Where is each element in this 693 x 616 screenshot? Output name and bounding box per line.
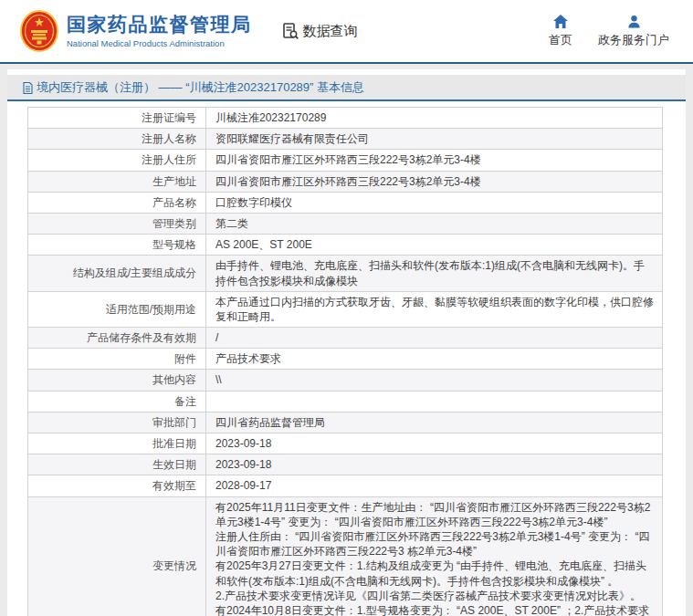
nav-label-home: 首页 bbox=[549, 32, 572, 48]
row-label: 注册人名称 bbox=[28, 129, 206, 150]
table-row: 结构及组成/主要组成成分 由手持件、锂电池、充电底座、扫描头和软件(发布版本:1… bbox=[28, 256, 663, 291]
row-value: 2023-09-18 bbox=[206, 433, 663, 454]
table-row: 批准日期 2023-09-18 bbox=[28, 433, 663, 454]
table-row: 备注 bbox=[28, 391, 663, 412]
table-row: 注册人名称 资阳联耀医疗器械有限责任公司 bbox=[28, 129, 663, 150]
row-value: \\ bbox=[206, 370, 663, 391]
org-name-en: National Medical Products Administration bbox=[67, 38, 252, 48]
row-label: 有效期至 bbox=[28, 475, 206, 496]
user-icon bbox=[627, 15, 641, 28]
row-value: 四川省资阳市雁江区外环路西三段222号3栋2单元3-4楼 bbox=[206, 150, 663, 171]
row-label: 产品储存条件及有效期 bbox=[28, 328, 206, 349]
info-table-body: 注册证编号 川械注准20232170289 注册人名称 资阳联耀医疗器械有限责任… bbox=[28, 108, 663, 616]
row-value bbox=[206, 391, 663, 412]
row-value: 本产品通过口内扫描的方式获取牙齿、牙龈、黏膜等软硬组织表面的数字化印模，供口腔修… bbox=[206, 291, 663, 327]
row-label: 适用范围/预期用途 bbox=[28, 291, 206, 327]
row-label: 注册证编号 bbox=[28, 108, 206, 129]
row-value: 川械注准20232170289 bbox=[206, 108, 663, 129]
data-query-icon bbox=[281, 22, 299, 40]
row-value: 由手持件、锂电池、充电底座、扫描头和软件(发布版本:1)组成(不含电脑和无线网卡… bbox=[206, 256, 663, 291]
row-value: 口腔数字印模仪 bbox=[206, 192, 663, 213]
row-label: 附件 bbox=[28, 349, 206, 370]
row-label: 备注 bbox=[28, 391, 206, 412]
table-row: 有效期至 2028-09-17 bbox=[28, 475, 663, 496]
data-query-label: 数据查询 bbox=[303, 23, 358, 40]
row-value: 第二类 bbox=[206, 213, 663, 234]
org-name-zh: 国家药品监督管理局 bbox=[67, 14, 252, 36]
row-value: 产品技术要求 bbox=[206, 349, 663, 370]
row-value: / bbox=[206, 328, 663, 349]
row-label: 产品名称 bbox=[28, 192, 206, 213]
info-table: 注册证编号 川械注准20232170289 注册人名称 资阳联耀医疗器械有限责任… bbox=[27, 107, 663, 616]
document-icon bbox=[23, 82, 33, 94]
table-row: 产品储存条件及有效期 / bbox=[28, 328, 663, 349]
row-value: 2023-09-18 bbox=[206, 454, 663, 475]
table-row: 生效日期 2023-09-18 bbox=[28, 454, 663, 475]
row-label: 型号规格 bbox=[28, 235, 206, 256]
table-row: 变更情况 有2025年11月11日变更文件：生产地址由： “四川省资阳市雁江区外… bbox=[28, 496, 663, 616]
detail-card: 境内医疗器械（注册） —— “川械注准20232170289” 基本信息 注册证… bbox=[7, 69, 686, 616]
page-title-bar: 境内医疗器械（注册） —— “川械注准20232170289” 基本信息 bbox=[7, 75, 686, 101]
row-label: 审批部门 bbox=[28, 412, 206, 433]
row-label: 变更情况 bbox=[28, 496, 206, 616]
table-row: 其他内容 \\ bbox=[28, 370, 663, 391]
row-label: 结构及组成/主要组成成分 bbox=[28, 256, 206, 291]
page-title: 境内医疗器械（注册） —— “川械注准20232170289” 基本信息 bbox=[37, 79, 364, 96]
row-value: AS 200E、ST 200E bbox=[206, 235, 663, 256]
row-label: 注册人住所 bbox=[28, 150, 206, 171]
table-row: 审批部门 四川省药品监督管理局 bbox=[28, 412, 663, 433]
row-value: 四川省药品监督管理局 bbox=[206, 412, 663, 433]
nmpa-logo[interactable]: 国家药品监督管理局 National Medical Products Admi… bbox=[20, 10, 252, 52]
row-label: 生效日期 bbox=[28, 454, 206, 475]
site-header: 国家药品监督管理局 National Medical Products Admi… bbox=[0, 0, 693, 64]
row-value: 有2025年11月11日变更文件：生产地址由： “四川省资阳市雁江区外环路西三段… bbox=[206, 496, 663, 616]
table-row: 适用范围/预期用途 本产品通过口内扫描的方式获取牙齿、牙龈、黏膜等软硬组织表面的… bbox=[28, 291, 663, 327]
data-query-nav[interactable]: 数据查询 bbox=[281, 22, 358, 40]
table-row: 附件 产品技术要求 bbox=[28, 349, 663, 370]
nav-label-gov-portal: 政务服务门户 bbox=[598, 32, 669, 48]
table-row: 管理类别 第二类 bbox=[28, 213, 663, 234]
row-label: 管理类别 bbox=[28, 213, 206, 234]
row-label: 其他内容 bbox=[28, 370, 206, 391]
table-row: 注册人住所 四川省资阳市雁江区外环路西三段222号3栋2单元3-4楼 bbox=[28, 150, 663, 171]
content-area: 境内医疗器械（注册） —— “川械注准20232170289” 基本信息 注册证… bbox=[0, 64, 693, 616]
home-icon bbox=[553, 15, 568, 28]
row-label: 生产地址 bbox=[28, 171, 206, 192]
row-value: 四川省资阳市雁江区外环路西三段222号3栋2单元3-4楼 bbox=[206, 171, 663, 192]
nav-item-home[interactable]: 首页 bbox=[549, 15, 572, 48]
table-row: 型号规格 AS 200E、ST 200E bbox=[28, 235, 663, 256]
row-value: 2028-09-17 bbox=[206, 475, 663, 496]
row-label: 批准日期 bbox=[28, 433, 206, 454]
table-row: 产品名称 口腔数字印模仪 bbox=[28, 192, 663, 213]
national-emblem-icon bbox=[20, 10, 58, 52]
table-row: 生产地址 四川省资阳市雁江区外环路西三段222号3栋2单元3-4楼 bbox=[28, 171, 663, 192]
row-value: 资阳联耀医疗器械有限责任公司 bbox=[206, 129, 663, 150]
top-nav: 首页 政务服务门户 bbox=[549, 15, 669, 48]
nav-item-gov-portal[interactable]: 政务服务门户 bbox=[598, 15, 669, 48]
table-row: 注册证编号 川械注准20232170289 bbox=[28, 108, 663, 129]
